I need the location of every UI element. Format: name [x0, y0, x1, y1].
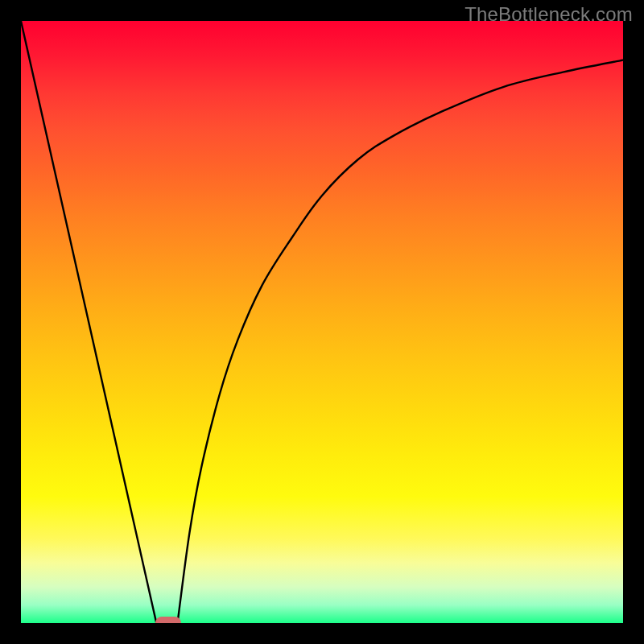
plot-area — [21, 21, 623, 623]
curves-svg — [21, 21, 623, 623]
chart-frame: TheBottleneck.com — [0, 0, 644, 644]
min-marker — [155, 617, 181, 623]
left-line — [21, 21, 156, 623]
right-curve — [177, 60, 623, 623]
watermark-text: TheBottleneck.com — [464, 3, 633, 26]
